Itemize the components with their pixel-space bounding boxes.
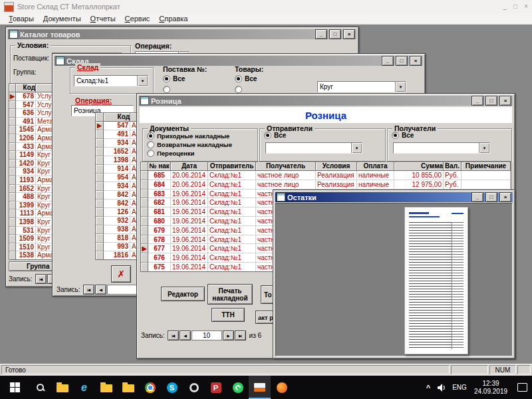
- delivery-all-radio[interactable]: Все: [163, 75, 185, 82]
- table-row[interactable]: 685 20.06.2014 Склад:№1 частное лицо Реа…: [141, 171, 511, 180]
- row-marker: [9, 118, 16, 126]
- menu-item[interactable]: Документы: [39, 15, 86, 23]
- nav-prev-button[interactable]: ◀: [95, 285, 106, 295]
- column-sender[interactable]: Отправитель: [208, 162, 256, 171]
- minimize-button[interactable]: _: [471, 96, 483, 106]
- taskbar-folder-3[interactable]: [117, 376, 139, 399]
- tray-chevron[interactable]: ^: [422, 384, 435, 392]
- maximize-button[interactable]: □: [485, 192, 497, 202]
- nav-prev-button[interactable]: ◀: [180, 331, 191, 340]
- menu-item[interactable]: Сервис: [120, 15, 155, 23]
- dropdown-icon[interactable]: ▼: [351, 143, 362, 153]
- app-title: Store Склад СТ Металлопркат: [17, 3, 500, 11]
- taskbar-settings[interactable]: [183, 376, 205, 399]
- senders-all-radio[interactable]: Все: [264, 132, 286, 139]
- taskbar-search[interactable]: [29, 376, 51, 399]
- dropdown-icon[interactable]: ▼: [137, 76, 148, 86]
- dropdown-icon[interactable]: ▼: [479, 143, 489, 153]
- window-ostatki: Остатки _ □ ×: [273, 190, 515, 359]
- nav-last-button[interactable]: ▶|: [235, 331, 246, 340]
- nav-first-button[interactable]: |◀: [35, 274, 47, 284]
- report-preview-area[interactable]: [275, 203, 513, 356]
- docs-returns-radio[interactable]: Возвратные накладные: [147, 141, 232, 148]
- goods-group-radio[interactable]: [235, 86, 242, 93]
- taskbar-edge[interactable]: e: [73, 376, 95, 399]
- taskbar-chrome[interactable]: [139, 376, 161, 399]
- minimize-button[interactable]: _: [315, 29, 327, 39]
- column-receiver[interactable]: Получатель: [256, 162, 316, 171]
- volume-icon[interactable]: [435, 384, 450, 392]
- cell-number: 675: [148, 263, 171, 271]
- maximize-button[interactable]: □: [329, 29, 341, 39]
- delivery-number-radio[interactable]: [163, 86, 170, 93]
- column-code[interactable]: Код: [16, 84, 36, 92]
- table-row[interactable]: 684 20.06.2014 Склад:№1 частное лицо Реа…: [141, 180, 511, 190]
- close-button[interactable]: ×: [499, 96, 511, 106]
- catalog-titlebar[interactable]: Каталог товаров _ □ ×: [8, 29, 356, 39]
- row-marker: [96, 234, 104, 243]
- print-invoice-button[interactable]: Печать накладной: [207, 284, 253, 305]
- goods-all-radio[interactable]: Все: [235, 75, 257, 82]
- menu-item[interactable]: Товары: [4, 15, 39, 23]
- record-number-box[interactable]: [107, 285, 138, 295]
- clock[interactable]: 12:39 24.09.2019: [469, 380, 512, 396]
- receivers-all-radio[interactable]: Все: [392, 132, 414, 139]
- minimize-button[interactable]: _: [471, 192, 483, 202]
- ostatki-titlebar[interactable]: Остатки _ □ ×: [275, 192, 513, 202]
- nav-first-button[interactable]: |◀: [83, 285, 94, 295]
- dropdown-icon[interactable]: ▼: [395, 82, 406, 92]
- app-maximize-button[interactable]: □: [513, 1, 517, 13]
- maximize-button[interactable]: □: [485, 96, 497, 106]
- taskbar-p-app[interactable]: P: [205, 376, 227, 399]
- column-date[interactable]: Дата: [171, 162, 208, 171]
- taskbar-skype[interactable]: S: [161, 376, 183, 399]
- nav-first-button[interactable]: |◀: [168, 331, 179, 340]
- record-number-box[interactable]: 10: [192, 331, 222, 340]
- goods-group-combo[interactable]: Круг ▼: [317, 81, 406, 92]
- sklad-titlebar[interactable]: Склад _ □ ×: [55, 56, 423, 66]
- column-code[interactable]: Код: [104, 113, 130, 122]
- taskbar-store-app-active[interactable]: [249, 376, 271, 399]
- start-button[interactable]: [0, 376, 29, 399]
- column-note[interactable]: Примечание: [462, 162, 511, 171]
- minimize-button[interactable]: _: [382, 56, 394, 66]
- app-minimize-button[interactable]: _: [503, 1, 507, 13]
- language-indicator[interactable]: ENG: [450, 384, 469, 391]
- menu-item[interactable]: Отчеты: [86, 15, 120, 23]
- taskbar-file-explorer[interactable]: [51, 376, 73, 399]
- cell-date: 19.06.2014: [171, 207, 208, 217]
- column-payment[interactable]: Оплата: [357, 162, 394, 171]
- sklad-combo[interactable]: Склад:№1 ▼: [74, 75, 148, 86]
- status-panel: [517, 365, 531, 374]
- column-number[interactable]: № нак: [148, 162, 171, 171]
- column-sum[interactable]: Сумма: [394, 162, 444, 171]
- app-close-button[interactable]: ×: [524, 1, 528, 13]
- row-marker: ▶: [141, 244, 148, 253]
- close-button[interactable]: ×: [499, 192, 511, 202]
- close-button[interactable]: ×: [343, 29, 355, 39]
- column-currency[interactable]: Вал.: [444, 162, 462, 171]
- editor-button[interactable]: Редактор: [161, 287, 205, 301]
- sklad-group: Склад Склад:№1 ▼: [70, 67, 154, 94]
- taskbar-whatsapp[interactable]: [227, 376, 249, 399]
- close-button[interactable]: ×: [410, 56, 422, 66]
- action-center[interactable]: [512, 383, 532, 392]
- receivers-combo[interactable]: ▼: [393, 142, 490, 154]
- window-icon: [9, 30, 18, 39]
- docs-incoming-radio[interactable]: Приходные накладные: [147, 132, 229, 140]
- taskbar-folder-2[interactable]: [95, 376, 117, 399]
- nav-next-button[interactable]: ▶: [223, 331, 234, 340]
- maximize-button[interactable]: □: [396, 56, 408, 66]
- docs-reprice-radio[interactable]: Переоценки: [147, 150, 194, 157]
- senders-combo[interactable]: ▼: [265, 142, 362, 154]
- app-titlebar[interactable]: Store Склад СТ Металлопркат _ □ ×: [0, 0, 532, 13]
- roznica-titlebar[interactable]: Розница _ □ ×: [139, 96, 513, 106]
- cell-date: 19.06.2014: [171, 198, 208, 207]
- taskbar-orange-app[interactable]: [271, 376, 293, 399]
- menu-item[interactable]: Справка: [154, 15, 192, 23]
- delete-record-button[interactable]: ✗: [111, 265, 131, 283]
- ttn-button[interactable]: ТТН: [211, 308, 245, 322]
- column-conditions[interactable]: Условия: [316, 162, 357, 171]
- record-label: Запись:: [9, 275, 33, 283]
- row-marker: [9, 151, 16, 160]
